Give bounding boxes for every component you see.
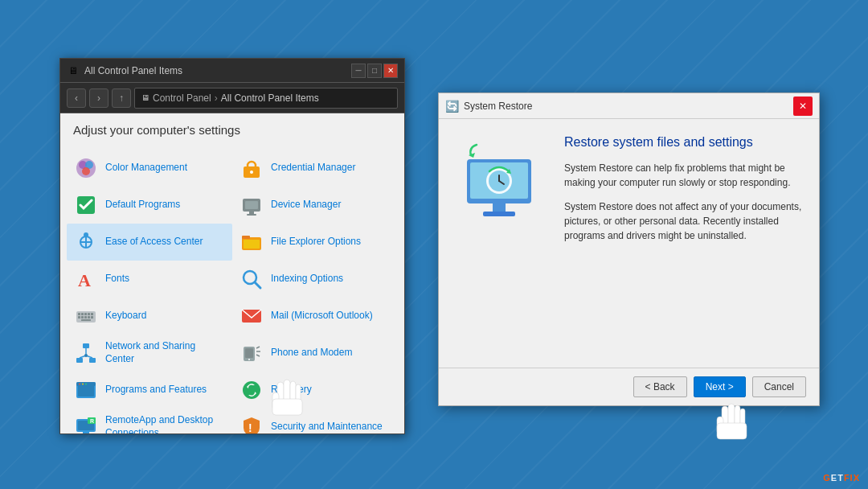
back-button[interactable]: < Back <box>633 376 687 397</box>
cp-item-credential-manager[interactable]: Credential Manager <box>232 150 398 187</box>
svg-line-21 <box>255 282 260 288</box>
cp-item-indexing[interactable]: Indexing Options <box>232 261 398 298</box>
cp-item-phone[interactable]: Phone and Modem <box>232 335 398 372</box>
security-icon: ! <box>239 414 264 434</box>
cp-item-remoteapp[interactable]: R RemoteApp and Desktop Connections <box>67 409 232 434</box>
keyboard-icon <box>73 303 99 329</box>
sr-image-area <box>455 135 551 351</box>
programs-label: Programs and Features <box>105 384 207 397</box>
forward-button[interactable]: › <box>89 88 108 108</box>
svg-point-41 <box>84 354 88 357</box>
svg-text:A: A <box>78 270 91 290</box>
control-panel-window: 🖥 All Control Panel Items ─ □ ✕ ‹ › ↑ 🖥 … <box>59 58 405 434</box>
svg-text:R: R <box>90 418 94 424</box>
cp-item-fonts[interactable]: A Fonts <box>67 261 232 298</box>
watermark-et: ET <box>831 473 844 483</box>
close-button[interactable]: ✕ <box>383 64 398 78</box>
address-bar[interactable]: 🖥 Control Panel › All Control Panel Item… <box>134 88 398 109</box>
breadcrumb-sep-1: › <box>215 92 218 104</box>
color-management-label: Color Management <box>105 162 187 175</box>
cp-titlebar: 🖥 All Control Panel Items ─ □ ✕ <box>60 59 404 83</box>
cp-item-device-manager[interactable]: Device Manager <box>232 187 398 224</box>
cp-item-file-explorer[interactable]: File Explorer Options <box>232 224 398 261</box>
cp-item-recovery[interactable]: Recovery <box>232 372 398 409</box>
svg-rect-57 <box>83 432 89 434</box>
credential-manager-icon <box>239 155 264 181</box>
svg-rect-35 <box>83 343 89 348</box>
svg-rect-10 <box>249 212 254 214</box>
cp-item-ease-access[interactable]: Ease of Access Center <box>67 224 232 261</box>
svg-rect-33 <box>91 316 93 318</box>
svg-rect-31 <box>84 316 87 318</box>
sr-titlebar: 🔄 System Restore ✕ <box>439 93 819 119</box>
svg-rect-37 <box>89 358 96 363</box>
cp-item-network[interactable]: Network and Sharing Center <box>67 335 232 372</box>
sr-desc-text-1: System Restore can help fix problems tha… <box>564 161 803 190</box>
svg-rect-18 <box>244 240 260 249</box>
ease-access-icon <box>73 229 99 255</box>
sr-content: Restore system files and settings System… <box>439 119 819 368</box>
svg-rect-17 <box>242 236 250 239</box>
recovery-icon <box>239 377 264 403</box>
cancel-button[interactable]: Cancel <box>752 376 806 397</box>
watermark-fix: FIX <box>844 473 860 483</box>
ease-access-label: Ease of Access Center <box>105 236 203 249</box>
fonts-label: Fonts <box>105 273 129 286</box>
cp-item-keyboard[interactable]: Keyboard <box>67 298 232 335</box>
next-button[interactable]: Next > <box>694 376 746 397</box>
svg-rect-82 <box>717 417 723 434</box>
svg-rect-23 <box>78 313 80 315</box>
minimize-button[interactable]: ─ <box>351 64 366 78</box>
cp-item-security[interactable]: ! Security and Maintenance <box>232 409 398 434</box>
color-management-icon <box>73 155 99 181</box>
sr-illustration <box>459 135 547 232</box>
svg-rect-30 <box>81 319 91 321</box>
programs-icon <box>73 377 99 403</box>
file-explorer-icon <box>239 229 264 255</box>
cp-item-default-programs[interactable]: Default Programs <box>67 187 232 224</box>
svg-line-45 <box>256 347 260 348</box>
remoteapp-icon: R <box>73 414 99 434</box>
cp-items-area: Color Management Credential Manager <box>60 146 404 434</box>
sr-footer: < Back Next > Cancel <box>439 368 819 405</box>
svg-rect-81 <box>740 409 745 426</box>
svg-rect-9 <box>245 201 258 209</box>
svg-rect-79 <box>728 404 735 426</box>
sr-close-button[interactable]: ✕ <box>793 97 813 116</box>
svg-rect-43 <box>245 348 253 358</box>
up-button[interactable]: ↑ <box>112 88 131 108</box>
cp-item-color-management[interactable]: Color Management <box>67 150 232 187</box>
maximize-button[interactable]: □ <box>367 64 382 78</box>
svg-rect-29 <box>81 316 84 318</box>
system-restore-dialog: 🔄 System Restore ✕ <box>438 92 820 406</box>
svg-rect-78 <box>722 406 728 426</box>
file-explorer-label: File Explorer Options <box>271 236 361 249</box>
cp-item-mail[interactable]: Mail (Microsoft Outlook) <box>232 298 398 335</box>
svg-rect-36 <box>76 358 83 363</box>
svg-rect-83 <box>717 423 747 439</box>
svg-point-52 <box>82 384 84 385</box>
keyboard-label: Keyboard <box>105 310 146 323</box>
phone-icon <box>239 340 264 366</box>
indexing-icon <box>239 266 264 292</box>
svg-rect-28 <box>78 316 80 318</box>
svg-point-53 <box>85 384 87 385</box>
breadcrumb-1: Control Panel <box>153 92 211 104</box>
back-button[interactable]: ‹ <box>67 88 86 108</box>
remoteapp-label: RemoteApp and Desktop Connections <box>105 414 226 434</box>
svg-rect-25 <box>84 313 87 315</box>
default-programs-icon <box>73 192 99 218</box>
default-programs-label: Default Programs <box>105 199 180 212</box>
indexing-label: Indexing Options <box>271 273 343 286</box>
cp-item-programs[interactable]: Programs and Features <box>67 372 232 409</box>
credential-manager-label: Credential Manager <box>271 162 355 175</box>
svg-text:!: ! <box>248 421 252 434</box>
watermark-g: G <box>823 473 831 483</box>
svg-point-3 <box>82 167 90 175</box>
cp-title-text: All Control Panel Items <box>84 65 351 76</box>
svg-line-47 <box>256 355 260 356</box>
svg-point-51 <box>79 384 80 385</box>
svg-rect-80 <box>735 405 740 426</box>
network-icon <box>73 340 99 366</box>
sr-title-text: System Restore <box>464 101 793 112</box>
